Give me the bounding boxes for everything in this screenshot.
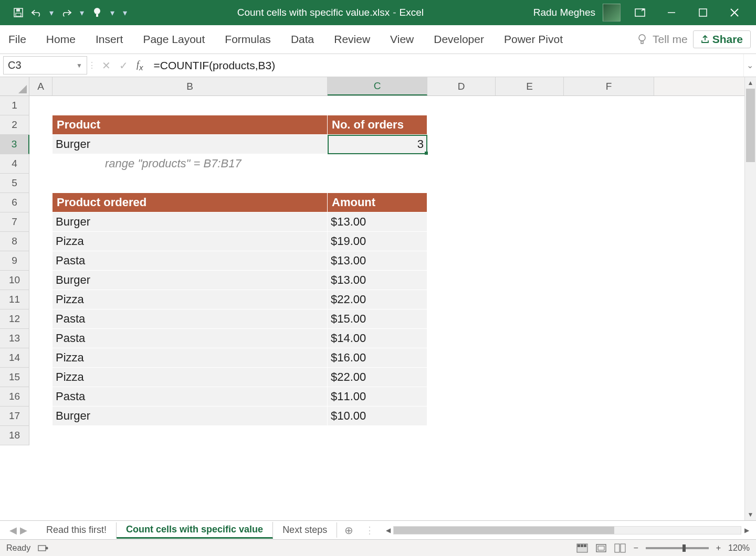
user-avatar[interactable] xyxy=(603,4,621,22)
tell-me-label[interactable]: Tell me xyxy=(653,33,688,46)
row-header[interactable]: 13 xyxy=(0,329,29,348)
scroll-up-icon[interactable]: ▲ xyxy=(745,77,756,89)
row-header[interactable]: 14 xyxy=(0,348,29,368)
row-header[interactable]: 3 xyxy=(0,135,29,154)
tab-developer[interactable]: Developer xyxy=(430,33,487,46)
tab-view[interactable]: View xyxy=(387,33,417,46)
cell-amount[interactable]: $13.00 xyxy=(328,271,427,290)
cell-b4[interactable]: range "products" = B7:B17 xyxy=(52,154,328,174)
lightbulb-icon[interactable] xyxy=(92,7,102,18)
redo-icon[interactable] xyxy=(61,7,72,18)
tab-data[interactable]: Data xyxy=(288,33,317,46)
scrollbar-thumb[interactable] xyxy=(746,89,755,162)
cell-amount[interactable]: $22.00 xyxy=(328,290,427,309)
lightbulb-outline-icon[interactable] xyxy=(637,34,647,45)
maximize-icon[interactable] xyxy=(691,4,715,22)
vertical-scrollbar[interactable]: ▲ ▼ xyxy=(744,77,756,520)
sheet-tab[interactable]: Read this first! xyxy=(37,522,117,538)
scroll-down-icon[interactable]: ▼ xyxy=(745,509,756,520)
cell-product[interactable]: Pizza xyxy=(52,348,328,368)
cell-amount[interactable]: $10.00 xyxy=(328,407,427,426)
scrollbar-thumb[interactable] xyxy=(394,527,614,534)
cell-product[interactable]: Pizza xyxy=(52,232,328,251)
minimize-icon[interactable] xyxy=(659,4,684,22)
spreadsheet-grid[interactable]: A B C D E F 1 2 Product No. of orders 3 … xyxy=(0,77,756,520)
close-icon[interactable] xyxy=(722,4,747,22)
cell-b6[interactable]: Product ordered xyxy=(52,193,328,212)
row-header[interactable]: 2 xyxy=(0,115,29,135)
save-icon[interactable] xyxy=(13,7,24,18)
cell-c2[interactable]: No. of orders xyxy=(328,115,427,135)
cell-amount[interactable]: $19.00 xyxy=(328,232,427,251)
col-header-b[interactable]: B xyxy=(52,77,328,95)
insert-function-icon[interactable]: fx xyxy=(136,59,143,72)
tab-formulas[interactable]: Formulas xyxy=(222,33,274,46)
zoom-slider[interactable] xyxy=(646,547,709,549)
row-header[interactable]: 16 xyxy=(0,387,29,407)
name-box[interactable]: C3 ▼ xyxy=(3,56,87,74)
tab-power-pivot[interactable]: Power Pivot xyxy=(501,33,566,46)
cell-c3[interactable]: 3 xyxy=(328,135,427,154)
formula-input[interactable] xyxy=(149,54,743,77)
new-sheet-icon[interactable]: ⊕ xyxy=(337,524,361,537)
row-header[interactable]: 4 xyxy=(0,154,29,174)
share-button[interactable]: Share xyxy=(693,30,751,48)
cell-amount[interactable]: $13.00 xyxy=(328,212,427,232)
cell-amount[interactable]: $14.00 xyxy=(328,329,427,348)
chevron-down-icon[interactable]: ▾ xyxy=(79,7,85,18)
tab-file[interactable]: File xyxy=(5,33,29,46)
enter-formula-icon[interactable]: ✓ xyxy=(119,59,128,72)
cell-product[interactable]: Pasta xyxy=(52,329,328,348)
row-header[interactable]: 10 xyxy=(0,271,29,290)
cell-product[interactable]: Pasta xyxy=(52,387,328,407)
sheet-nav-prev-icon[interactable]: ◀ xyxy=(9,525,17,536)
cell-c6[interactable]: Amount xyxy=(328,193,427,212)
row-header[interactable]: 12 xyxy=(0,309,29,329)
row-header[interactable]: 18 xyxy=(0,426,29,445)
scroll-right-icon[interactable]: ▶ xyxy=(741,525,752,536)
row-header[interactable]: 8 xyxy=(0,232,29,251)
row-header[interactable]: 5 xyxy=(0,174,29,193)
row-header[interactable]: 11 xyxy=(0,290,29,309)
tab-review[interactable]: Review xyxy=(331,33,373,46)
cancel-formula-icon[interactable]: ✕ xyxy=(102,59,111,72)
sheet-tab[interactable]: Next steps xyxy=(273,522,337,538)
row-header[interactable]: 6 xyxy=(0,193,29,212)
row-header[interactable]: 1 xyxy=(0,96,29,115)
chevron-down-icon[interactable]: ▾ xyxy=(110,7,115,18)
col-header-d[interactable]: D xyxy=(427,77,496,95)
cell-product[interactable]: Pasta xyxy=(52,251,328,271)
cell-product[interactable]: Burger xyxy=(52,212,328,232)
col-header-a[interactable]: A xyxy=(29,77,52,95)
cell-amount[interactable]: $15.00 xyxy=(328,309,427,329)
cell-product[interactable]: Burger xyxy=(52,407,328,426)
row-header[interactable]: 9 xyxy=(0,251,29,271)
cell-product[interactable]: Pasta xyxy=(52,309,328,329)
zoom-in-icon[interactable]: + xyxy=(716,543,721,553)
sheet-tab[interactable]: Count cells with specific value xyxy=(117,522,273,539)
chevron-down-icon[interactable]: ▾ xyxy=(49,7,54,18)
horizontal-scrollbar[interactable]: ◀ ▶ xyxy=(383,525,752,536)
row-header[interactable]: 17 xyxy=(0,407,29,426)
zoom-out-icon[interactable]: − xyxy=(633,543,638,553)
ribbon-display-options-icon[interactable] xyxy=(628,4,652,22)
sheet-nav-next-icon[interactable]: ▶ xyxy=(20,525,27,536)
view-normal-icon[interactable] xyxy=(576,543,588,553)
view-page-layout-icon[interactable] xyxy=(595,543,607,553)
qat-customize-icon[interactable]: ▾ xyxy=(122,7,128,18)
cell-amount[interactable]: $13.00 xyxy=(328,251,427,271)
cell-b2[interactable]: Product xyxy=(52,115,328,135)
col-header-e[interactable]: E xyxy=(496,77,564,95)
tab-home[interactable]: Home xyxy=(43,33,79,46)
zoom-level[interactable]: 120% xyxy=(728,543,750,553)
tab-insert[interactable]: Insert xyxy=(92,33,127,46)
col-header-c[interactable]: C xyxy=(328,77,427,95)
cell-amount[interactable]: $16.00 xyxy=(328,348,427,368)
cell-amount[interactable]: $11.00 xyxy=(328,387,427,407)
col-header-f[interactable]: F xyxy=(564,77,654,95)
expand-formula-bar-icon[interactable]: ⌄ xyxy=(743,54,756,77)
cell-product[interactable]: Pizza xyxy=(52,290,328,309)
scroll-left-icon[interactable]: ◀ xyxy=(383,525,393,536)
row-header[interactable]: 7 xyxy=(0,212,29,232)
chevron-down-icon[interactable]: ▼ xyxy=(76,62,82,69)
